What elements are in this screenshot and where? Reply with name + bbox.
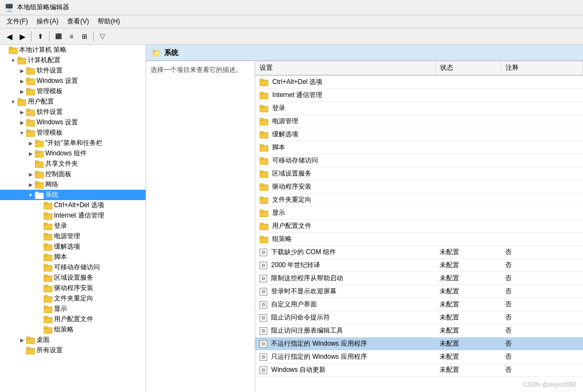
table-row[interactable]: ⚙ 2000 年世纪转译 未配置 否 <box>255 259 583 272</box>
tree-item-t4[interactable]: ▶ Windows 设置 <box>0 76 146 86</box>
table-row[interactable]: ⚙ 阻止访问注册表编辑工具 未配置 否 <box>255 324 583 337</box>
tree-toggle[interactable] <box>35 325 44 334</box>
table-row[interactable]: 显示 <box>255 207 583 220</box>
tree-item-t16[interactable]: Ctrl+Alt+Del 选项 <box>0 200 146 210</box>
content-pane[interactable]: 设置 状态 注释 Ctrl+Alt+Del 选项 <box>255 61 583 392</box>
tree-item-t30[interactable]: 所有设置 <box>0 345 146 355</box>
btn-filter[interactable]: ▽ <box>97 31 109 43</box>
tree-toggle[interactable]: ▶ <box>26 139 35 148</box>
tree-item-t2[interactable]: ▼ 计算机配置 <box>0 55 146 65</box>
tree-toggle[interactable] <box>17 346 26 355</box>
tree-toggle[interactable] <box>35 232 44 241</box>
btn-up[interactable]: ⬆ <box>34 31 46 43</box>
table-row[interactable]: ⚙ 阻止访问命令提示符 未配置 否 <box>255 311 583 324</box>
menu-help[interactable]: 帮助(H) <box>93 16 124 27</box>
btn-show-hide[interactable]: ⬛ <box>52 31 64 43</box>
tree-item-t7[interactable]: ▶ 软件设置 <box>0 107 146 117</box>
tree-toggle[interactable]: ▶ <box>17 87 26 96</box>
tree-toggle[interactable] <box>35 274 44 282</box>
tree-item-t29[interactable]: ▶ 桌面 <box>0 335 146 345</box>
tree-toggle[interactable]: ▶ <box>26 180 35 189</box>
tree-item-t14[interactable]: ▶ 网络 <box>0 179 146 190</box>
table-row[interactable]: Ctrl+Alt+Del 选项 <box>255 75 583 89</box>
table-row[interactable]: 区域设置服务 <box>255 167 583 180</box>
table-row[interactable]: 缓解选项 <box>255 128 583 141</box>
table-row[interactable]: 驱动程序安装 <box>255 180 583 194</box>
tree-toggle[interactable] <box>0 46 9 55</box>
tree-toggle[interactable]: ▶ <box>17 336 26 345</box>
table-row[interactable]: ⚙ 登录时不显示欢迎屏幕 未配置 否 <box>255 285 583 298</box>
tree-item-t15[interactable]: ▼ 系统 <box>0 190 146 200</box>
table-row[interactable]: ⚙ Windows 自动更新 未配置 否 <box>255 364 583 377</box>
tree-toggle[interactable] <box>26 160 35 168</box>
col-setting-header[interactable]: 设置 <box>255 61 435 75</box>
btn-forward[interactable]: ▶ <box>16 31 28 43</box>
tree-toggle[interactable] <box>35 222 44 231</box>
tree-item-t1[interactable]: 本地计算机 策略 <box>0 45 146 55</box>
tree-toggle[interactable]: ▶ <box>17 67 26 75</box>
table-row[interactable]: ⚙ 不运行指定的 Windows 应用程序 未配置 否 <box>255 337 583 351</box>
menu-action[interactable]: 操作(A) <box>32 16 63 27</box>
tree-toggle[interactable]: ▶ <box>17 108 26 117</box>
tree-item-t19[interactable]: 电源管理 <box>0 231 146 242</box>
tree-item-t9[interactable]: ▼ 管理模板 <box>0 128 146 138</box>
table-row[interactable]: ⚙ 限制这些程序从帮助启动 未配置 否 <box>255 272 583 285</box>
tree-toggle[interactable] <box>35 243 44 251</box>
table-row[interactable]: 可移动存储访问 <box>255 154 583 167</box>
table-row[interactable]: Internet 通信管理 <box>255 89 583 102</box>
tree-toggle[interactable]: ▶ <box>26 149 35 158</box>
btn-list[interactable]: ≡ <box>65 31 77 43</box>
cell-setting: 脚本 <box>255 141 435 154</box>
table-row[interactable]: 文件夹重定向 <box>255 194 583 207</box>
tree-toggle[interactable]: ▼ <box>17 129 26 137</box>
table-row[interactable]: 登录 <box>255 102 583 115</box>
col-comment-header[interactable]: 注释 <box>501 61 582 75</box>
tree-toggle[interactable]: ▼ <box>9 98 17 106</box>
tree-toggle[interactable]: ▶ <box>26 170 35 179</box>
tree-item-t5[interactable]: ▶ 管理模板 <box>0 86 146 97</box>
table-row[interactable]: ⚙ 自定义用户界面 未配置 否 <box>255 298 583 311</box>
table-row[interactable]: ⚙ 下载缺少的 COM 组件 未配置 否 <box>255 246 583 259</box>
tree-toggle[interactable] <box>35 284 44 293</box>
tree-toggle[interactable] <box>35 201 44 210</box>
tree-item-t18[interactable]: 登录 <box>0 221 146 231</box>
tree-toggle[interactable] <box>35 315 44 324</box>
tree-item-t26[interactable]: 显示 <box>0 304 146 314</box>
table-row[interactable]: 电源管理 <box>255 115 583 128</box>
tree-item-t10[interactable]: ▶ "开始"菜单和任务栏 <box>0 138 146 148</box>
menu-view[interactable]: 查看(V) <box>63 16 93 27</box>
tree-toggle[interactable]: ▶ <box>17 118 26 127</box>
toolbar-sep-1 <box>31 32 32 41</box>
tree-toggle[interactable] <box>35 294 44 303</box>
tree-item-t27[interactable]: 用户配置文件 <box>0 314 146 324</box>
tree-item-t17[interactable]: Internet 通信管理 <box>0 210 146 221</box>
tree-item-t28[interactable]: 组策略 <box>0 324 146 335</box>
col-status-header[interactable]: 状态 <box>435 61 501 75</box>
tree-item-t12[interactable]: 共享文件夹 <box>0 159 146 169</box>
tree-item-t3[interactable]: ▶ 软件设置 <box>0 65 146 76</box>
menu-file[interactable]: 文件(F) <box>2 16 32 27</box>
tree-toggle[interactable] <box>35 253 44 262</box>
table-row[interactable]: ⚙ 只运行指定的 Windows 应用程序 未配置 否 <box>255 351 583 364</box>
tree-item-t13[interactable]: ▶ 控制面板 <box>0 169 146 179</box>
btn-extend[interactable]: ⊞ <box>79 31 91 43</box>
tree-item-t8[interactable]: ▶ Windows 设置 <box>0 117 146 128</box>
tree-item-t21[interactable]: 脚本 <box>0 252 146 262</box>
table-row[interactable]: 组策略 <box>255 233 583 246</box>
tree-toggle[interactable]: ▼ <box>9 56 17 65</box>
tree-item-t6[interactable]: ▼ 用户配置 <box>0 97 146 107</box>
tree-item-t25[interactable]: 文件夹重定向 <box>0 293 146 304</box>
tree-item-t22[interactable]: 可移动存储访问 <box>0 262 146 273</box>
tree-toggle[interactable]: ▶ <box>17 77 26 86</box>
table-row[interactable]: 用户配置文件 <box>255 220 583 233</box>
table-row[interactable]: 脚本 <box>255 141 583 154</box>
tree-toggle[interactable]: ▼ <box>26 191 35 200</box>
tree-toggle[interactable] <box>35 263 44 272</box>
tree-toggle[interactable] <box>35 212 44 220</box>
btn-back[interactable]: ◀ <box>3 31 15 43</box>
tree-item-t11[interactable]: ▶ Windows 组件 <box>0 148 146 159</box>
tree-item-t23[interactable]: 区域设置服务 <box>0 273 146 283</box>
tree-item-t24[interactable]: 驱动程序安装 <box>0 283 146 293</box>
tree-item-t20[interactable]: 缓解选项 <box>0 242 146 252</box>
tree-toggle[interactable] <box>35 305 44 313</box>
